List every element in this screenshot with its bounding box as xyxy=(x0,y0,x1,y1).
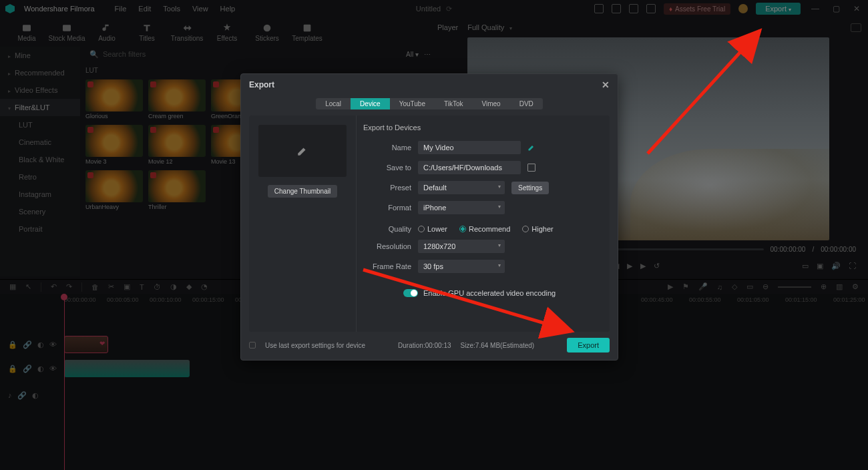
export-confirm-button[interactable]: Export xyxy=(567,338,610,352)
tl-redo-icon[interactable]: ↷ xyxy=(66,282,72,291)
track-link-icon[interactable]: 🔗 xyxy=(23,365,32,373)
export-tab-dvd[interactable]: DVD xyxy=(510,98,543,109)
framerate-dropdown[interactable]: 30 fps xyxy=(418,260,505,273)
filter-thumb[interactable]: Movie 12 xyxy=(148,125,206,165)
tl-delete-icon[interactable]: 🗑 xyxy=(91,283,99,291)
resolution-dropdown[interactable]: 1280x720 xyxy=(418,240,505,253)
track-eye-icon[interactable]: 👁 xyxy=(49,340,57,348)
clip-video[interactable] xyxy=(64,360,190,377)
maintab-effects[interactable]: Effects xyxy=(207,23,247,42)
tl-undo-icon[interactable]: ↶ xyxy=(51,282,57,291)
tl-speed-icon[interactable]: ⏱ xyxy=(154,283,161,291)
volume-icon[interactable]: 🔊 xyxy=(831,262,841,270)
layout-icon-1[interactable] xyxy=(594,4,604,13)
quality-radio-lower[interactable]: Lower xyxy=(418,225,447,233)
track-lock-icon[interactable]: 🔒 xyxy=(8,365,17,373)
sidebar-item-recommended[interactable]: Recommended xyxy=(0,64,80,81)
saveto-input[interactable] xyxy=(418,161,521,174)
top-export-button[interactable]: Export ▾ xyxy=(756,3,801,15)
menu-tools[interactable]: Tools xyxy=(163,5,180,13)
menu-edit[interactable]: Edit xyxy=(138,5,151,13)
tl-crop-icon[interactable]: ▣ xyxy=(124,282,130,291)
maintab-media[interactable]: Media xyxy=(7,23,47,42)
filter-thumb[interactable]: Thriller xyxy=(148,170,206,210)
track-link-icon[interactable]: 🔗 xyxy=(23,340,32,349)
export-tab-youtube[interactable]: YouTube xyxy=(390,98,435,109)
clip-effect[interactable] xyxy=(64,336,108,353)
rename-icon[interactable] xyxy=(527,144,535,152)
more-options-icon[interactable]: ⋯ xyxy=(424,51,431,58)
remember-settings-checkbox[interactable] xyxy=(249,342,256,348)
maintab-transitions[interactable]: Transitions xyxy=(167,23,207,42)
tl-zoom-in-icon[interactable]: ⊕ xyxy=(821,282,827,291)
tl-tool-grid-icon[interactable]: ▦ xyxy=(9,282,16,291)
search-icon[interactable]: 🔍 xyxy=(89,50,99,59)
sidebar-sub-retro[interactable]: Retro xyxy=(0,168,80,186)
fullscreen-icon[interactable]: ⛶ xyxy=(849,262,856,270)
gpu-toggle[interactable] xyxy=(403,289,418,297)
track-link-icon[interactable]: 🔗 xyxy=(17,391,27,400)
change-thumbnail-button[interactable]: Change Thumbnail xyxy=(268,185,337,198)
sidebar-sub-scenery[interactable]: Scenery xyxy=(0,203,80,220)
tl-fit-icon[interactable]: ▥ xyxy=(836,282,843,291)
tl-color-icon[interactable]: ◑ xyxy=(170,282,177,291)
window-maximize-icon[interactable]: ▢ xyxy=(830,4,843,13)
window-close-icon[interactable]: ✕ xyxy=(851,4,863,13)
tl-green-icon[interactable]: ◆ xyxy=(186,282,192,291)
tl-zoom-out-icon[interactable]: ⊖ xyxy=(763,282,769,291)
menu-file[interactable]: File xyxy=(115,5,127,13)
export-tab-vimeo[interactable]: Vimeo xyxy=(473,98,510,109)
layout-icon-4[interactable] xyxy=(646,4,656,13)
filter-thumb[interactable]: Movie 3 xyxy=(85,125,143,165)
quality-radio-recommend[interactable]: Recommend xyxy=(459,225,510,233)
filter-thumb[interactable]: Glorious xyxy=(85,79,143,120)
export-modal-close-icon[interactable]: ✕ xyxy=(602,79,610,90)
sidebar-sub-portrait[interactable]: Portrait xyxy=(0,220,80,238)
maintab-templates[interactable]: Templates xyxy=(287,23,327,42)
next-frame-icon[interactable]: ▶ xyxy=(640,262,646,270)
sidebar-sub-bw[interactable]: Black & White xyxy=(0,151,80,168)
layout-icon-2[interactable] xyxy=(612,4,621,13)
menu-help[interactable]: Help xyxy=(220,5,236,13)
tl-mark-icon[interactable]: ◔ xyxy=(201,282,208,291)
display-mode-icon[interactable]: ▭ xyxy=(802,262,809,270)
format-dropdown[interactable]: iPhone xyxy=(418,201,505,214)
track-mute-icon[interactable]: ◐ xyxy=(37,365,44,373)
maintab-audio[interactable]: Audio xyxy=(87,23,127,42)
tl-mixer-icon[interactable]: ♫ xyxy=(717,283,722,291)
export-tab-tiktok[interactable]: TikTok xyxy=(435,98,473,109)
filter-thumb[interactable]: Cream green xyxy=(148,79,206,120)
name-input[interactable] xyxy=(418,141,521,154)
quality-dropdown[interactable]: Full Quality xyxy=(467,23,512,31)
tl-mic-icon[interactable]: 🎤 xyxy=(698,282,708,291)
timeline-playhead[interactable] xyxy=(64,294,65,470)
tl-play-icon[interactable]: ▶ xyxy=(668,282,673,291)
sidebar-item-filter-lut[interactable]: Filter&LUT xyxy=(0,99,80,116)
snapshot-icon[interactable] xyxy=(851,23,861,32)
sidebar-item-video-effects[interactable]: Video Effects xyxy=(0,81,80,99)
tl-text-icon[interactable]: T xyxy=(140,283,144,291)
loop-icon[interactable]: ↺ xyxy=(654,262,660,270)
sidebar-item-mine[interactable]: Mine xyxy=(0,47,80,64)
layout-icon-3[interactable] xyxy=(629,4,638,13)
tl-tool-pointer-icon[interactable]: ↖ xyxy=(25,282,31,291)
sidebar-sub-instagram[interactable]: Instagram xyxy=(0,186,80,203)
tl-zoom-slider[interactable] xyxy=(778,286,811,288)
preset-dropdown[interactable]: Default xyxy=(418,181,505,194)
quality-radio-higher[interactable]: Higher xyxy=(522,225,553,233)
track-mute-icon[interactable]: ◐ xyxy=(32,391,39,400)
tl-settings-icon[interactable]: ⚙ xyxy=(852,282,859,291)
filter-thumb[interactable]: UrbanHeavy xyxy=(85,170,143,210)
assets-trial-button[interactable]: ♦Assets Free Trial xyxy=(664,3,730,15)
preset-settings-button[interactable]: Settings xyxy=(511,182,549,194)
maintab-stickers[interactable]: Stickers xyxy=(247,23,287,42)
tl-split-icon[interactable]: ✂ xyxy=(108,282,114,291)
export-tab-local[interactable]: Local xyxy=(316,98,351,109)
cloud-sync-icon[interactable]: ⟳ xyxy=(446,5,452,13)
export-tab-device[interactable]: Device xyxy=(351,98,390,109)
tl-marker-icon[interactable]: ⚑ xyxy=(682,282,689,291)
search-input[interactable]: Search filters xyxy=(103,50,146,58)
window-minimize-icon[interactable]: — xyxy=(809,4,822,13)
tl-render-icon[interactable]: ▭ xyxy=(746,282,753,291)
track-lock-icon[interactable]: 🔒 xyxy=(8,340,17,349)
